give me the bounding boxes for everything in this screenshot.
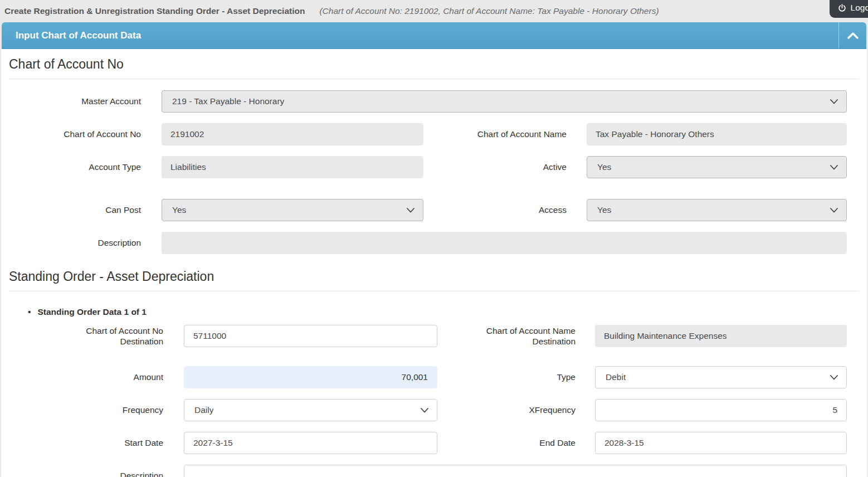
access-select[interactable]: Yes (587, 199, 847, 221)
coa-no-dest-label: Chart of Account No Destination (66, 325, 163, 347)
account-type-input (162, 156, 423, 178)
frequency-row: Frequency Daily XFrequency (1, 399, 867, 421)
master-account-row: Master Account 219 - Tax Payable - Honor… (1, 90, 867, 113)
coa-name-dest-input (595, 325, 847, 347)
standing-order-form: Chart of Account No Destination Chart of… (1, 325, 867, 477)
end-date-label: End Date (475, 437, 576, 448)
description-input (162, 232, 847, 254)
account-type-active-row: Account Type Active Yes (1, 156, 867, 178)
coa-no-name-row: Chart of Account No Chart of Account Nam… (1, 123, 867, 145)
standing-order-item-title: Standing Order Data 1 of 1 (28, 307, 867, 317)
power-icon (838, 4, 846, 12)
page-title: Create Registration & Unregistration Sta… (4, 6, 305, 16)
coa-no-input (162, 123, 423, 145)
description-row: Description (1, 232, 867, 254)
page-subtitle: (Chart of Account No: 2191002, Chart of … (319, 6, 659, 16)
logout-label: Logout (851, 3, 868, 13)
master-account-value: 219 - Tax Payable - Honorary (172, 96, 284, 106)
collapse-panel-button[interactable] (838, 22, 866, 48)
can-post-label: Can Post (1, 205, 141, 215)
active-value: Yes (597, 162, 611, 172)
xfrequency-label: XFrequency (475, 405, 576, 415)
logout-button[interactable]: Logout (830, 0, 868, 18)
type-label: Type (475, 372, 576, 382)
chevron-up-icon (846, 31, 860, 40)
coa-no-label: Chart of Account No (1, 129, 141, 139)
frequency-value: Daily (194, 405, 213, 415)
coa-dest-row: Chart of Account No Destination Chart of… (1, 325, 867, 347)
can-post-access-row: Can Post Yes Access Yes (1, 199, 867, 221)
panel-header-title: Input Chart of Account Data (2, 22, 838, 48)
active-label: Active (435, 162, 567, 172)
frequency-label: Frequency (66, 405, 163, 415)
access-value: Yes (597, 205, 611, 215)
account-type-label: Account Type (1, 162, 141, 172)
access-label: Access (435, 205, 567, 215)
panel-body: Chart of Account No Master Account 219 -… (1, 49, 867, 477)
coa-name-input (587, 123, 847, 145)
active-select[interactable]: Yes (587, 156, 847, 178)
description-label: Description (1, 237, 141, 248)
coa-name-label: Chart of Account Name (435, 129, 567, 139)
section-heading-standing-order: Standing Order - Asset Depreciation (9, 265, 859, 291)
start-date-input[interactable] (184, 432, 437, 454)
master-account-select[interactable]: 219 - Tax Payable - Honorary (162, 90, 847, 113)
xfrequency-input[interactable] (595, 399, 847, 421)
chart-of-account-form: Master Account 219 - Tax Payable - Honor… (1, 90, 867, 254)
start-date-label: Start Date (66, 437, 163, 448)
chevron-down-icon (407, 208, 415, 213)
chevron-down-icon (830, 99, 838, 104)
coa-name-dest-label: Chart of Account Name Destination (475, 325, 576, 347)
chevron-down-icon (830, 208, 838, 213)
amount-type-row: Amount Type Debit (1, 366, 867, 388)
chevron-down-icon (421, 408, 428, 413)
section-heading-chart-of-account: Chart of Account No (9, 52, 859, 79)
frequency-select[interactable]: Daily (184, 399, 437, 421)
so-description-row: Description (1, 465, 867, 477)
amount-label: Amount (66, 372, 163, 382)
so-description-input[interactable] (184, 465, 847, 477)
end-date-input[interactable] (595, 432, 847, 454)
master-account-label: Master Account (1, 96, 141, 106)
type-select[interactable]: Debit (595, 366, 847, 388)
so-description-label: Description (66, 470, 163, 477)
can-post-value: Yes (172, 205, 186, 215)
amount-input[interactable] (184, 366, 437, 388)
type-value: Debit (606, 372, 626, 382)
chevron-down-icon (830, 165, 838, 170)
coa-no-dest-input[interactable] (184, 325, 437, 347)
topbar: Create Registration & Unregistration Sta… (0, 0, 868, 22)
date-row: Start Date End Date (1, 432, 867, 454)
can-post-select[interactable]: Yes (162, 199, 423, 221)
chevron-down-icon (830, 375, 838, 380)
panel-header: Input Chart of Account Data (2, 22, 866, 49)
